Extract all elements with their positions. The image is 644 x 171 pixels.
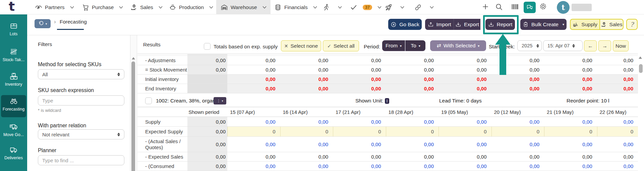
select-none-button[interactable]: ✕ Select none	[281, 40, 321, 51]
sku-menu-button[interactable]: ⋮▾	[214, 97, 226, 104]
table-cell[interactable]: 0,00	[438, 117, 491, 126]
supply-toggle-button[interactable]: Supply	[570, 19, 599, 30]
table-cell[interactable]: 0,00	[280, 137, 333, 152]
gear-icon[interactable]	[539, 2, 547, 10]
table-cell: 0,00	[227, 75, 280, 84]
table-cell[interactable]: 0,00	[597, 117, 638, 126]
sales-toggle-button[interactable]: Sales	[599, 19, 624, 30]
table-cell: 0,00	[333, 56, 386, 65]
table-scroll-up-arrow[interactable]	[639, 56, 642, 59]
nav-menu-purchase[interactable]: Purchase	[82, 0, 123, 14]
search-icon[interactable]	[495, 3, 503, 11]
bulk-create-button[interactable]: Bulk Create ▾	[520, 19, 567, 30]
stepper-icon	[572, 44, 575, 48]
sku-search-input[interactable]: Type	[38, 95, 124, 105]
reorder-point-label: Reorder point: 10 l	[567, 98, 609, 104]
table-cell[interactable]: 0,00	[438, 162, 491, 171]
pot-icon	[169, 4, 176, 11]
table-cell[interactable]: 0,00	[386, 162, 439, 171]
year-spinner[interactable]: 2025	[517, 40, 542, 51]
table-cell: 0,00	[227, 56, 280, 65]
next-week-button[interactable]: →	[598, 40, 611, 51]
table-cell[interactable]: 0,00	[227, 117, 280, 126]
plus-icon[interactable]	[481, 3, 489, 11]
nav-menu-runner[interactable]	[323, 0, 342, 14]
history-button[interactable]: ▾	[35, 19, 51, 28]
table-cell: End Inventory	[137, 84, 187, 93]
table-cell[interactable]: 0,00	[386, 137, 439, 152]
table-cell[interactable]: 0,00	[491, 162, 544, 171]
table-cell: 0,00	[227, 84, 280, 93]
chevron-down-icon	[400, 6, 404, 9]
app-logo[interactable]: t	[9, 0, 15, 14]
method-select[interactable]: All	[38, 69, 124, 79]
chat-button[interactable]	[524, 2, 536, 13]
table-cell[interactable]: 0,00	[597, 162, 638, 171]
nav-menu-sales[interactable]: Sales	[130, 0, 163, 14]
period-to-button[interactable]: To▾	[405, 40, 425, 51]
breadcrumb[interactable]: Forecasting	[60, 19, 87, 25]
table-cell: 0,00	[187, 137, 227, 152]
scroll-up-arrow[interactable]	[132, 57, 135, 59]
partner-relation-select[interactable]: Not relevant	[38, 129, 124, 139]
table-scrollbar-thumb[interactable]	[639, 64, 643, 73]
export-button[interactable]: Export	[454, 19, 480, 30]
table-cell: 0,00	[386, 152, 439, 161]
sidebar-item-deliveries[interactable]: Deliveries	[0, 145, 27, 160]
sidebar-item-movego[interactable]: Move Go...	[0, 122, 27, 137]
table-cell: - Expected Sales	[137, 152, 187, 161]
help-button[interactable]: ?	[626, 19, 638, 30]
table-cell[interactable]: 0,00	[333, 162, 386, 171]
period-from-button[interactable]: From▾	[382, 40, 405, 51]
table-cell[interactable]: 0,00	[491, 137, 544, 152]
prev-week-button[interactable]: ←	[584, 40, 597, 51]
table-cell: 0,00	[386, 75, 439, 84]
table-cell[interactable]: 0,00	[544, 117, 597, 126]
table-cell[interactable]: 0,00	[438, 137, 491, 152]
table-cell[interactable]: 0,00	[227, 162, 280, 171]
nav-menu-warehouse[interactable]: Warehouse	[216, 0, 271, 14]
hand-coin-icon	[130, 4, 137, 11]
swap-icon: ⇄	[437, 43, 441, 49]
barcode-icon[interactable]	[511, 3, 519, 11]
table-cell[interactable]: 0,00	[386, 117, 439, 126]
avatar[interactable]: t	[557, 1, 570, 14]
totals-checkbox[interactable]	[204, 43, 211, 50]
table-cell: 0	[491, 127, 544, 136]
arrow-left-icon: ←	[588, 43, 593, 49]
table-cell: 0,00	[544, 65, 597, 74]
nav-menu-checkmark[interactable]: 37	[350, 0, 382, 14]
table-cell[interactable]: 0,00	[280, 162, 333, 171]
planner-label: Planner	[38, 147, 56, 154]
sidebar-item-forecasting[interactable]: Forecasting	[0, 97, 27, 112]
sku-checkbox[interactable]	[145, 97, 152, 104]
planner-input[interactable]: Type to find ...	[38, 155, 124, 165]
table-cell[interactable]: 0,00	[280, 117, 333, 126]
chat-icon	[526, 4, 533, 11]
nav-menu-production[interactable]: Production	[169, 0, 213, 14]
nav-menu-rocket[interactable]	[385, 0, 404, 14]
scrollbar-thumb[interactable]	[131, 61, 135, 171]
with-selected-button[interactable]: ⇄ With Selected▾	[430, 40, 486, 51]
sidebar-item-stocktak[interactable]: Stock-Tak...	[0, 47, 27, 62]
table-cell[interactable]: 0,00	[597, 137, 638, 152]
nav-menu-partners[interactable]: Partners	[35, 0, 74, 14]
select-all-button[interactable]: ✓ Select all	[323, 40, 359, 51]
sidebar-item-lots[interactable]: Lots	[0, 22, 27, 36]
table-cell[interactable]: 0,00	[491, 117, 544, 126]
table-cell[interactable]: 0,00	[333, 117, 386, 126]
week-spinner[interactable]: 15: Apr 07	[543, 40, 583, 51]
now-button[interactable]: Now	[613, 40, 629, 51]
table-cell[interactable]: 0,00	[544, 162, 597, 171]
table-cell[interactable]: 0,00	[227, 137, 280, 152]
table-cell[interactable]: 0,00	[544, 137, 597, 152]
table-cell[interactable]: 0,00	[333, 137, 386, 152]
table-cell: 15 (07 Apr)	[227, 107, 280, 117]
nav-menu-financials[interactable]: Financials	[274, 0, 317, 14]
nav-menu-link[interactable]	[414, 0, 434, 14]
sidebar-item-inventory[interactable]: Inventory	[0, 72, 27, 87]
import-button[interactable]: Import	[425, 19, 454, 30]
table-cell: 0,00	[438, 56, 491, 65]
go-back-button[interactable]: Go Back	[388, 19, 422, 30]
table-cell: 0,00	[491, 75, 544, 84]
